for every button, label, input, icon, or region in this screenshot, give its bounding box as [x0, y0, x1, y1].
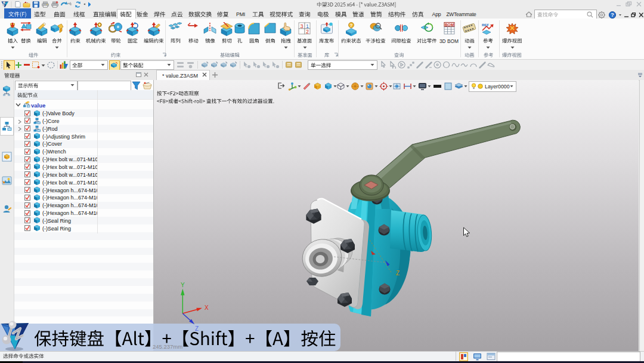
svg-text:1: 1: [306, 23, 309, 29]
svg-text:REF: REF: [482, 23, 489, 27]
svg-text:Y: Y: [181, 282, 185, 288]
svg-text:Z: Z: [396, 270, 400, 276]
svg-text:2: 2: [306, 29, 309, 35]
svg-text:3: 3: [300, 23, 303, 29]
svg-text:?: ?: [611, 12, 614, 18]
svg-text:Z: Z: [195, 325, 199, 332]
svg-text:X: X: [205, 304, 209, 311]
svg-text:?: ?: [350, 23, 353, 28]
svg-text:BOM: BOM: [445, 23, 454, 27]
